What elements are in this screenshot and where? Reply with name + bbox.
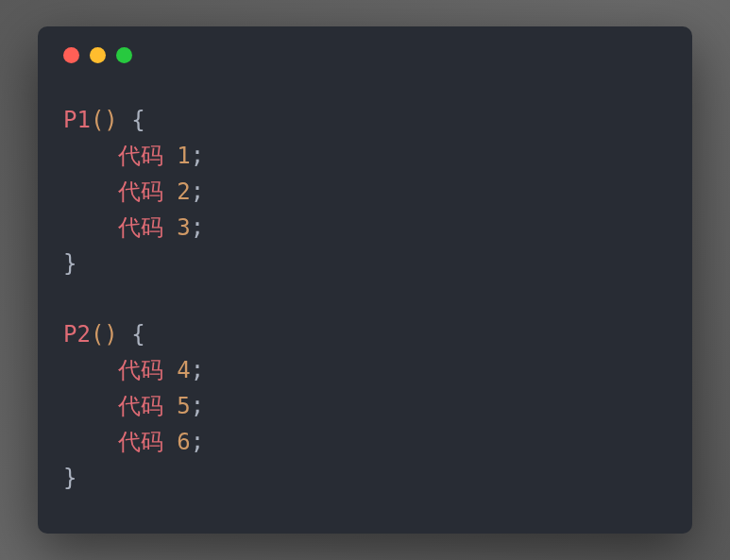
open-brace: {: [131, 321, 144, 348]
close-paren: ): [104, 107, 117, 133]
code-keyword: 代码: [118, 393, 163, 419]
open-brace: {: [131, 107, 144, 133]
maximize-icon[interactable]: [116, 47, 132, 63]
code-number: 1: [177, 143, 190, 169]
close-paren: ): [104, 321, 117, 348]
function-name: P1: [63, 107, 91, 133]
semicolon: ;: [191, 143, 204, 169]
function-name: P2: [63, 321, 91, 348]
minimize-icon[interactable]: [90, 47, 106, 63]
code-keyword: 代码: [118, 429, 163, 455]
code-number: 6: [177, 429, 190, 455]
code-keyword: 代码: [118, 214, 163, 241]
code-number: 2: [177, 178, 190, 205]
code-keyword: 代码: [118, 143, 163, 169]
code-content: P1() { 代码 1; 代码 2; 代码 3; } P2() { 代码 4; …: [38, 63, 692, 497]
semicolon: ;: [191, 393, 204, 419]
window-controls: [38, 26, 692, 63]
code-number: 3: [177, 214, 190, 241]
code-number: 4: [177, 357, 190, 383]
open-paren: (: [91, 107, 104, 133]
space: [118, 321, 131, 348]
semicolon: ;: [191, 214, 204, 241]
close-icon[interactable]: [63, 47, 79, 63]
space: [118, 107, 131, 133]
semicolon: ;: [191, 429, 204, 455]
code-number: 5: [177, 393, 190, 419]
close-brace: }: [63, 465, 76, 491]
close-brace: }: [63, 250, 76, 277]
open-paren: (: [91, 321, 104, 348]
code-keyword: 代码: [118, 357, 163, 383]
semicolon: ;: [191, 178, 204, 205]
semicolon: ;: [191, 357, 204, 383]
code-window: P1() { 代码 1; 代码 2; 代码 3; } P2() { 代码 4; …: [38, 26, 692, 534]
code-keyword: 代码: [118, 178, 163, 205]
